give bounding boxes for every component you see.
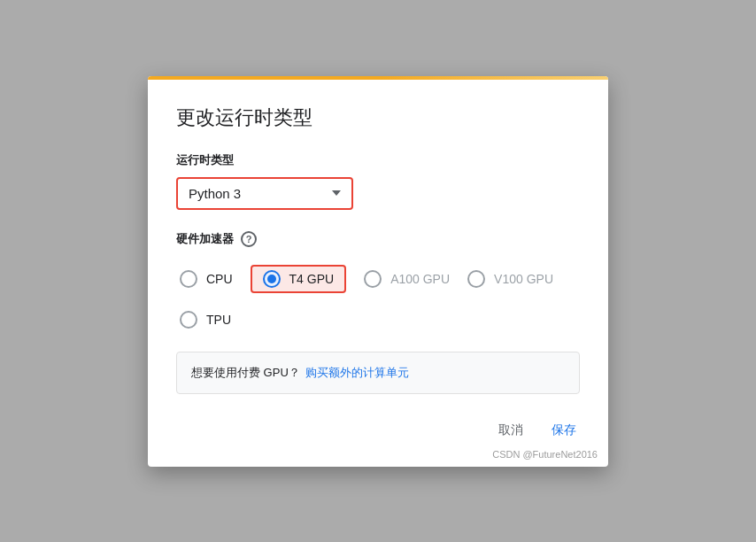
- runtime-select-value: Python 3: [189, 186, 321, 201]
- radio-circle-t4gpu: [263, 270, 281, 288]
- info-box: 想要使用付费 GPU？ 购买额外的计算单元: [176, 352, 580, 394]
- hardware-options-row2: TPU: [176, 306, 580, 334]
- radio-label-tpu: TPU: [206, 313, 231, 327]
- radio-circle-cpu: [180, 270, 197, 288]
- info-link[interactable]: 购买额外的计算单元: [305, 365, 409, 381]
- radio-label-v100gpu: V100 GPU: [494, 272, 553, 286]
- radio-label-cpu: CPU: [206, 272, 233, 286]
- radio-label-a100gpu: A100 GPU: [390, 272, 450, 286]
- radio-option-t4gpu[interactable]: T4 GPU: [247, 259, 361, 298]
- radio-label-t4gpu: T4 GPU: [289, 272, 335, 286]
- dialog-footer: 取消 保存: [176, 415, 580, 445]
- dialog: 更改运行时类型 运行时类型 Python 3 硬件加速器 ? CPU T4 GP…: [148, 76, 608, 467]
- radio-circle-v100gpu: [467, 270, 485, 288]
- radio-circle-tpu: [180, 311, 197, 329]
- watermark: CSDN @FutureNet2016: [492, 449, 598, 460]
- radio-option-a100gpu[interactable]: A100 GPU: [360, 265, 464, 293]
- runtime-select[interactable]: Python 3: [176, 177, 353, 210]
- info-text: 想要使用付费 GPU？: [191, 365, 300, 381]
- hardware-label-row: 硬件加速器 ?: [176, 231, 580, 247]
- radio-circle-a100gpu: [364, 270, 382, 288]
- t4-highlight-box: T4 GPU: [251, 265, 347, 293]
- dialog-title: 更改运行时类型: [176, 105, 580, 131]
- cancel-button[interactable]: 取消: [495, 415, 527, 445]
- radio-option-cpu[interactable]: CPU: [176, 265, 247, 293]
- save-button[interactable]: 保存: [548, 415, 580, 445]
- hardware-section-label: 硬件加速器: [176, 231, 234, 247]
- radio-option-v100gpu[interactable]: V100 GPU: [464, 265, 567, 293]
- hardware-options-row1: CPU T4 GPU A100 GPU V100 GPU: [176, 259, 580, 298]
- overlay: 更改运行时类型 运行时类型 Python 3 硬件加速器 ? CPU T4 GP…: [0, 0, 756, 542]
- radio-option-tpu[interactable]: TPU: [176, 306, 245, 334]
- dropdown-arrow-icon: [332, 190, 341, 196]
- runtime-section-label: 运行时类型: [176, 152, 580, 168]
- help-icon[interactable]: ?: [241, 231, 257, 247]
